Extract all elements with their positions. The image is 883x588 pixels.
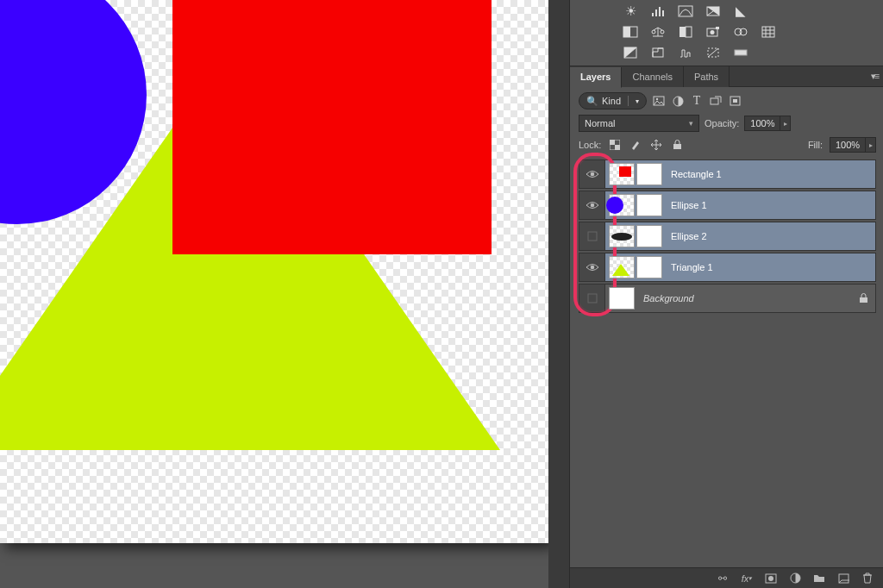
tab-channels[interactable]: Channels	[622, 66, 683, 87]
filter-kind-dropdown[interactable]: 🔍 Kind ▾	[579, 92, 647, 109]
lock-label: Lock:	[579, 140, 601, 150]
filter-shape-icon[interactable]	[709, 94, 723, 108]
svg-rect-7	[623, 27, 630, 37]
layer-name[interactable]: Triangle 1	[666, 262, 875, 272]
layer-thumbnail[interactable]	[609, 225, 635, 247]
layer-thumbnail[interactable]	[609, 163, 635, 185]
visibility-toggle[interactable]	[579, 253, 605, 281]
svg-point-13	[711, 30, 715, 34]
search-icon: 🔍	[586, 96, 598, 107]
vignette-icon[interactable]: ◣	[732, 3, 749, 19]
curves-icon[interactable]	[677, 3, 694, 19]
layer-mask-thumbnail[interactable]	[636, 256, 662, 278]
posterize-icon[interactable]	[649, 45, 667, 60]
svg-rect-42	[588, 294, 597, 303]
svg-point-8	[652, 30, 655, 34]
channel-mixer-icon[interactable]	[732, 24, 749, 40]
svg-rect-37	[673, 144, 681, 149]
adjustment-circle-icon[interactable]	[788, 572, 802, 585]
fill-value-input[interactable]: 100%	[830, 137, 866, 153]
lock-move-icon[interactable]	[649, 138, 663, 152]
layer-row[interactable]: Rectangle 1	[579, 160, 876, 189]
visibility-toggle[interactable]	[579, 285, 605, 312]
app-root: ☀ ◣	[0, 0, 883, 588]
visibility-toggle[interactable]	[579, 160, 605, 188]
visibility-toggle[interactable]	[579, 191, 605, 219]
layer-name[interactable]: Ellipse 2	[666, 231, 875, 241]
svg-rect-31	[711, 98, 718, 104]
layer-filter-row: 🔍 Kind ▾ T	[579, 92, 876, 109]
visibility-empty-icon	[587, 293, 598, 303]
lock-all-icon[interactable]	[670, 138, 684, 152]
panel-menu-icon[interactable]: ▾≡	[866, 71, 883, 82]
fx-icon[interactable]: fx▾	[740, 572, 754, 585]
svg-rect-2	[659, 7, 661, 16]
layer-name[interactable]: Rectangle 1	[666, 169, 875, 179]
layer-name[interactable]: Background	[638, 293, 859, 303]
filter-kind-label: Kind	[602, 96, 621, 106]
svg-rect-14	[716, 27, 719, 29]
visibility-empty-icon	[587, 231, 598, 241]
layer-row-background[interactable]: Background	[579, 284, 876, 313]
tab-paths[interactable]: Paths	[684, 66, 730, 87]
lock-icon	[859, 293, 875, 303]
lut-icon[interactable]	[760, 24, 777, 40]
group-icon[interactable]	[812, 572, 826, 585]
canvas-rectangle-shape[interactable]	[172, 0, 492, 254]
threshold-icon[interactable]	[677, 45, 694, 60]
fill-slider-toggle[interactable]: ▸	[866, 137, 876, 153]
layer-thumbnail[interactable]	[609, 287, 635, 310]
gradient-map-icon[interactable]	[732, 45, 749, 60]
balance-icon[interactable]	[649, 24, 667, 40]
layers-bottom-toolbar: ⚯ fx▾	[570, 567, 883, 588]
layer-thumbnail[interactable]	[609, 256, 635, 278]
exposure-icon[interactable]	[705, 3, 722, 19]
layer-row[interactable]: Triangle 1	[579, 253, 876, 282]
layer-row[interactable]: Ellipse 1	[579, 191, 876, 220]
opacity-label: Opacity:	[705, 118, 739, 128]
svg-rect-1	[655, 9, 657, 16]
blend-mode-value: Normal	[585, 118, 615, 128]
visibility-toggle[interactable]	[579, 222, 605, 250]
filter-adjustment-icon[interactable]	[671, 94, 685, 108]
lock-transparent-icon[interactable]	[608, 138, 622, 152]
svg-point-29	[656, 98, 658, 100]
opacity-value-input[interactable]: 100%	[744, 116, 780, 131]
layer-name[interactable]: Ellipse 1	[666, 200, 875, 210]
layer-list: Rectangle 1 Ellipse 1	[579, 160, 876, 564]
layer-mask-thumbnail[interactable]	[636, 163, 662, 185]
photo-filter-icon[interactable]	[705, 24, 722, 40]
new-layer-icon[interactable]	[836, 572, 850, 585]
blend-mode-dropdown[interactable]: Normal ▾	[579, 115, 699, 132]
svg-point-45	[768, 576, 773, 581]
svg-rect-43	[860, 297, 867, 303]
bw-icon[interactable]	[677, 24, 694, 40]
layers-panel: Layers Channels Paths ▾≡ 🔍 Kind ▾ T	[570, 66, 883, 588]
levels-icon[interactable]	[649, 3, 667, 19]
layer-row[interactable]: Ellipse 2	[579, 222, 876, 251]
panel-tabs: Layers Channels Paths ▾≡	[570, 66, 883, 87]
layer-mask-thumbnail[interactable]	[636, 194, 662, 216]
svg-point-16	[740, 28, 747, 35]
layer-thumbnail[interactable]	[609, 194, 635, 216]
lock-paint-icon[interactable]	[629, 138, 642, 152]
tab-layers[interactable]: Layers	[570, 67, 622, 88]
link-icon[interactable]: ⚯	[716, 572, 730, 585]
brightness-icon[interactable]: ☀	[622, 3, 639, 19]
filter-type-icon[interactable]: T	[690, 94, 704, 108]
svg-point-39	[590, 203, 594, 208]
trash-icon[interactable]	[861, 572, 874, 585]
huesat-icon[interactable]	[622, 24, 639, 40]
filter-smart-icon[interactable]	[728, 94, 742, 108]
svg-rect-35	[610, 140, 615, 145]
canvas-scrollbar-gutter	[548, 0, 569, 588]
filter-image-icon[interactable]	[652, 94, 666, 108]
layer-mask-thumbnail[interactable]	[636, 225, 662, 247]
selective-icon[interactable]	[705, 45, 722, 60]
canvas-area[interactable]	[0, 0, 569, 588]
svg-rect-10	[679, 27, 686, 37]
svg-rect-36	[615, 145, 620, 150]
mask-icon[interactable]	[764, 572, 778, 585]
opacity-slider-toggle[interactable]: ▸	[780, 116, 791, 131]
invert-icon[interactable]	[622, 45, 639, 60]
